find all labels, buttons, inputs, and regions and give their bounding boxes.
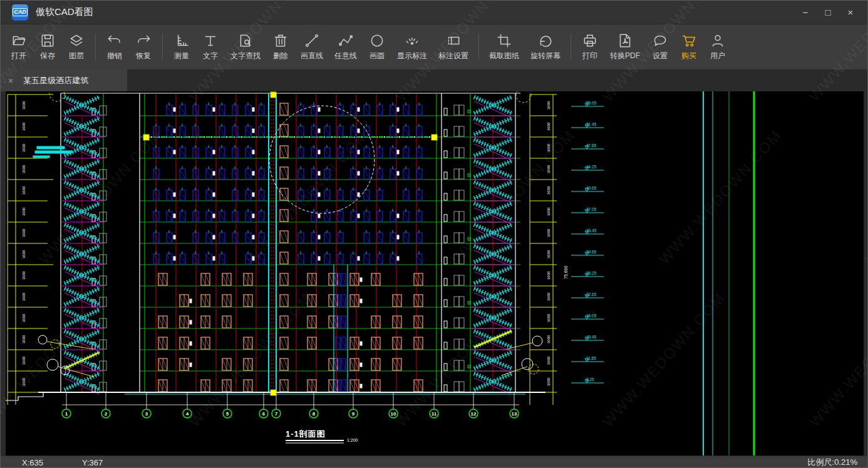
- cad-text: 3600: [22, 122, 26, 131]
- cad-text: 3600: [547, 356, 550, 365]
- toolbar-annotation-settings-button[interactable]: 标注设置: [433, 30, 474, 64]
- minimize-icon[interactable]: −: [798, 1, 812, 24]
- toolbar-undo-button[interactable]: 撤销: [100, 30, 129, 64]
- cad-text: 13: [512, 411, 517, 417]
- cad-text: 10: [391, 411, 396, 417]
- toolbar-save-button[interactable]: 保存: [33, 30, 62, 64]
- cad-text: 47.85: [586, 143, 597, 148]
- cad-text: 3600: [547, 207, 550, 216]
- toolbar-button-label: 设置: [653, 51, 668, 61]
- cad-text: 8.25: [586, 377, 594, 382]
- cad-text: 11.85: [586, 356, 596, 360]
- toolbar-redo-button[interactable]: 恢复: [129, 30, 158, 64]
- cad-text: 1:200: [347, 438, 358, 442]
- toolbar-button-label: 文字: [203, 51, 218, 61]
- cad-text: 3600: [22, 292, 26, 301]
- toolbar-capture-button[interactable]: 截取图纸: [483, 30, 525, 64]
- toolbar-user-button[interactable]: 用户: [703, 30, 732, 64]
- redo-icon: [135, 33, 152, 49]
- cad-text: 37.05: [586, 207, 597, 211]
- cad-text: 4: [186, 411, 189, 417]
- cad-text: 2: [105, 411, 108, 417]
- folder-open-icon: [11, 33, 27, 49]
- text-icon: [202, 33, 219, 49]
- cad-text: 3600: [547, 313, 550, 322]
- cad-text: 44.25: [586, 165, 597, 169]
- cad-text: 1: [65, 411, 68, 417]
- toolbar-rotate-screen-button[interactable]: 旋转屏幕: [525, 30, 566, 64]
- cad-text: 9: [352, 411, 355, 417]
- toolbar-button-label: 保存: [40, 51, 55, 61]
- cad-text: 3600: [547, 122, 550, 131]
- toolbar-button-label: 打开: [11, 51, 26, 61]
- cad-text: 40.65: [586, 186, 597, 190]
- cad-text: 8: [313, 411, 316, 417]
- printer-icon: [582, 33, 598, 49]
- maximize-icon[interactable]: □: [821, 1, 835, 24]
- toolbar-button-label: 购买: [681, 51, 696, 61]
- toolbar-button-label: 标注设置: [438, 51, 468, 61]
- tab-drawing[interactable]: × 某五星级酒店建筑: [1, 69, 127, 91]
- toolbar-delete-button[interactable]: 删除: [266, 30, 295, 64]
- toolbar-separator: [162, 34, 163, 60]
- pdf-icon: [617, 33, 633, 49]
- toolbar-button-label: 用户: [710, 51, 725, 61]
- undo-icon: [106, 33, 123, 49]
- cart-icon: [681, 33, 697, 49]
- cad-text: 3600: [547, 250, 550, 258]
- toolbar-separator: [478, 34, 479, 60]
- cad-text: 6: [262, 411, 266, 417]
- toolbar-text-search-button[interactable]: 文字查找: [225, 30, 266, 64]
- toolbar-settings-button[interactable]: 设置: [646, 30, 674, 64]
- toolbar-button-label: 画直线: [301, 51, 323, 61]
- cursor-y-coordinate: Y:367: [82, 458, 103, 467]
- toolbar-free-line-button[interactable]: 任意线: [329, 30, 363, 64]
- toolbar-measure-button[interactable]: 测量: [167, 30, 196, 64]
- toolbar-button-label: 图层: [69, 51, 84, 61]
- cad-text: 29.85: [586, 250, 597, 254]
- cad-text: 3600: [547, 271, 550, 280]
- cad-text: 7: [275, 411, 278, 417]
- cad-text: 3600: [547, 101, 550, 109]
- toolbar-buy-button[interactable]: 购买: [674, 30, 703, 64]
- cad-text: 3600: [547, 335, 550, 343]
- cad-text: 3600: [547, 186, 550, 195]
- cad-text: 15.45: [586, 335, 597, 339]
- line-icon: [304, 33, 320, 49]
- toolbar-print-button[interactable]: 打印: [576, 30, 604, 64]
- toolbar-draw-circle-button[interactable]: 画圆: [363, 30, 391, 64]
- cad-text: 19.05: [586, 313, 597, 318]
- toolbar-text-button[interactable]: 文字: [196, 30, 225, 64]
- crop-icon: [496, 33, 512, 49]
- main-toolbar: 打开保存图层撤销恢复测量文字文字查找删除画直线任意线画圆显示标注标注设置截取图纸…: [1, 24, 867, 69]
- toolbar-convert-pdf-button[interactable]: 转换PDF: [604, 30, 646, 64]
- toolbar-show-annotations-button[interactable]: 显示标注: [391, 30, 433, 64]
- toolbar-layers-button[interactable]: 图层: [62, 30, 91, 64]
- cad-text: 3600: [547, 377, 550, 386]
- cad-canvas[interactable]: 3600360036003600360036003600360036003600…: [1, 91, 867, 455]
- cad-text: 11: [431, 411, 437, 417]
- toolbar-draw-line-button[interactable]: 画直线: [295, 30, 329, 64]
- window-controls: − □ ×: [798, 1, 861, 24]
- layers-icon: [68, 33, 85, 49]
- toolbar-button-label: 文字查找: [230, 51, 261, 61]
- cad-text: 3600: [547, 292, 550, 301]
- toolbar-open-button[interactable]: 打开: [4, 30, 33, 64]
- close-tab-icon[interactable]: ×: [8, 76, 13, 86]
- tab-bar: × 某五星级酒店建筑: [1, 69, 867, 91]
- cad-text: 3600: [22, 228, 26, 237]
- close-icon[interactable]: ×: [844, 1, 857, 24]
- cad-text: 33.45: [586, 228, 597, 233]
- cad-text: 55.05: [586, 101, 597, 105]
- toolbar-button-label: 显示标注: [397, 51, 427, 61]
- cad-text: 3600: [22, 271, 26, 280]
- scale-indicator: 比例尺:0.21%: [808, 457, 867, 468]
- cad-drawing[interactable]: 3600360036003600360036003600360036003600…: [6, 91, 864, 455]
- cad-text: 3600: [22, 207, 26, 216]
- cad-text: 3600: [547, 228, 550, 237]
- save-icon: [39, 33, 56, 49]
- cad-text: 3: [145, 411, 148, 417]
- user-icon: [710, 33, 726, 49]
- toolbar-button-label: 测量: [174, 51, 189, 61]
- toolbar-button-label: 旋转屏幕: [530, 51, 561, 61]
